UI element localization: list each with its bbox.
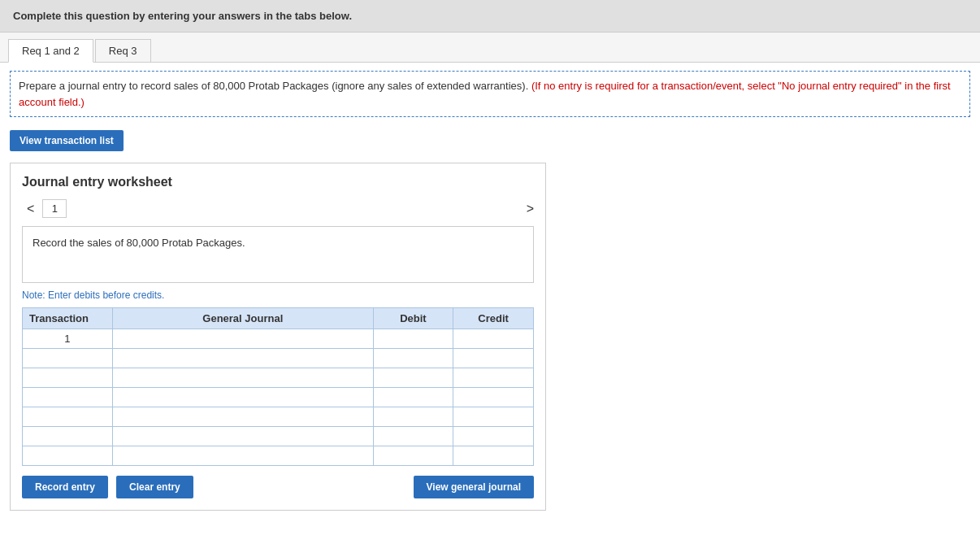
general-journal-cell[interactable] (112, 329, 373, 349)
nav-right-arrow[interactable]: > (527, 202, 534, 216)
worksheet-title: Journal entry worksheet (22, 175, 534, 189)
clear-entry-button[interactable]: Clear entry (116, 476, 193, 498)
debit-cell[interactable] (373, 407, 453, 427)
transaction-cell (23, 388, 113, 407)
credit-cell[interactable] (453, 368, 534, 388)
debit-cell[interactable] (373, 349, 453, 368)
debit-input[interactable] (379, 333, 449, 345)
col-header-general-journal: General Journal (112, 308, 373, 329)
transaction-cell (23, 349, 113, 368)
debit-input[interactable] (379, 431, 449, 442)
description-main-text: Prepare a journal entry to record sales … (19, 80, 528, 92)
tab-req1-2[interactable]: Req 1 and 2 (8, 39, 93, 63)
note-text: Note: Enter debits before credits. (22, 289, 534, 301)
transaction-cell: 1 (23, 329, 113, 349)
general-journal-cell[interactable] (112, 427, 373, 446)
credit-input[interactable] (458, 333, 528, 345)
instruction-text: Complete this question by entering your … (13, 10, 352, 22)
debit-input[interactable] (379, 450, 449, 462)
credit-cell[interactable] (453, 388, 534, 407)
nav-left-arrow[interactable]: < (22, 200, 39, 218)
debit-cell[interactable] (373, 368, 453, 388)
debit-input[interactable] (379, 411, 449, 423)
table-row (23, 427, 534, 446)
general-journal-input[interactable] (118, 392, 368, 403)
general-journal-input[interactable] (118, 411, 368, 423)
debit-cell[interactable] (373, 446, 453, 466)
tab-req3[interactable]: Req 3 (95, 39, 151, 62)
debit-cell[interactable] (373, 329, 453, 349)
general-journal-input[interactable] (118, 353, 368, 364)
credit-input[interactable] (458, 372, 528, 384)
general-journal-cell[interactable] (112, 368, 373, 388)
general-journal-input[interactable] (118, 372, 368, 384)
table-row (23, 349, 534, 368)
col-header-debit: Debit (373, 308, 453, 329)
credit-input[interactable] (458, 411, 528, 423)
credit-cell[interactable] (453, 329, 534, 349)
general-journal-input[interactable] (118, 431, 368, 442)
credit-input[interactable] (458, 392, 528, 403)
transaction-cell (23, 407, 113, 427)
debit-input[interactable] (379, 392, 449, 403)
debit-cell[interactable] (373, 427, 453, 446)
credit-input[interactable] (458, 450, 528, 462)
general-journal-input[interactable] (118, 333, 368, 345)
description-box: Prepare a journal entry to record sales … (10, 71, 970, 117)
transaction-cell (23, 427, 113, 446)
view-transaction-button[interactable]: View transaction list (10, 130, 124, 151)
credit-cell[interactable] (453, 446, 534, 466)
col-header-credit: Credit (453, 308, 534, 329)
general-journal-input[interactable] (118, 450, 368, 462)
debit-input[interactable] (379, 372, 449, 384)
record-entry-button[interactable]: Record entry (22, 476, 108, 498)
journal-table: Transaction General Journal Debit Credit… (22, 307, 534, 466)
nav-row: < 1 > (22, 199, 534, 218)
table-row: 1 (23, 329, 534, 349)
credit-cell[interactable] (453, 407, 534, 427)
general-journal-cell[interactable] (112, 446, 373, 466)
debit-input[interactable] (379, 353, 449, 364)
worksheet-container: Journal entry worksheet < 1 > Record the… (10, 163, 546, 511)
general-journal-cell[interactable] (112, 349, 373, 368)
general-journal-cell[interactable] (112, 388, 373, 407)
credit-cell[interactable] (453, 427, 534, 446)
table-row (23, 388, 534, 407)
transaction-cell (23, 446, 113, 466)
tabs-container: Req 1 and 2 Req 3 (0, 33, 980, 63)
general-journal-cell[interactable] (112, 407, 373, 427)
table-row (23, 407, 534, 427)
table-row (23, 368, 534, 388)
credit-cell[interactable] (453, 349, 534, 368)
view-general-journal-button[interactable]: View general journal (414, 476, 534, 498)
credit-input[interactable] (458, 431, 528, 442)
instruction-bar: Complete this question by entering your … (0, 0, 980, 33)
credit-input[interactable] (458, 353, 528, 364)
nav-number: 1 (42, 199, 67, 218)
debit-cell[interactable] (373, 388, 453, 407)
table-row (23, 446, 534, 466)
transaction-cell (23, 368, 113, 388)
action-buttons: Record entry Clear entry View general jo… (22, 476, 534, 498)
entry-description: Record the sales of 80,000 Protab Packag… (22, 226, 534, 283)
col-header-transaction: Transaction (23, 308, 113, 329)
